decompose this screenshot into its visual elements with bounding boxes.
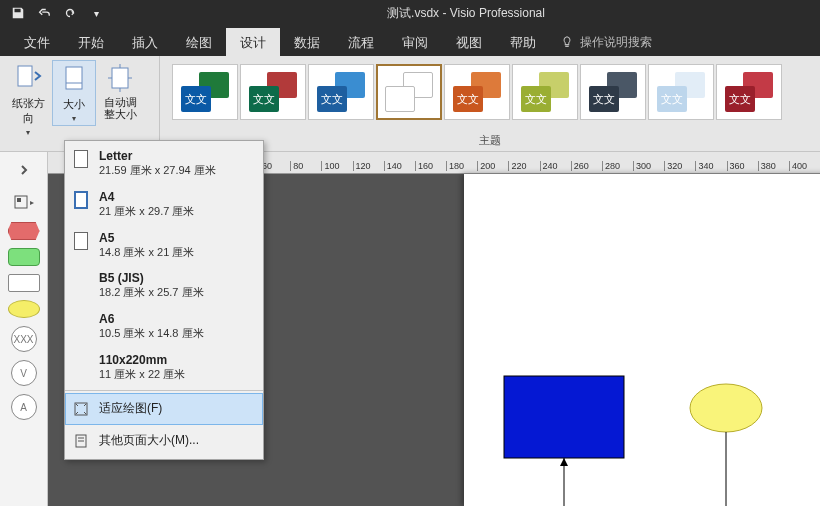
page-icon	[74, 191, 88, 209]
ruler-tick: 200	[477, 161, 508, 171]
fit-to-drawing-action[interactable]: 适应绘图(F)	[65, 393, 263, 425]
svg-rect-2	[112, 68, 128, 88]
svg-rect-0	[18, 66, 32, 86]
document-name: 测试.vsdx	[387, 6, 439, 20]
ruler-tick: 340	[695, 161, 726, 171]
undo-button[interactable]	[32, 2, 56, 24]
theme-thumb[interactable]: 文文	[648, 64, 714, 120]
ruler-tick: 360	[727, 161, 758, 171]
size-option-title: B5 (JIS)	[99, 271, 204, 286]
quick-shape-circle-2[interactable]: V	[11, 360, 37, 386]
page-icon	[74, 150, 88, 168]
tab-design[interactable]: 设计	[226, 26, 280, 56]
size-option[interactable]: A514.8 厘米 x 21 厘米	[65, 225, 263, 266]
fit-icon	[71, 399, 91, 419]
size-dropdown: Letter21.59 厘米 x 27.94 厘米A421 厘米 x 29.7 …	[64, 140, 264, 460]
size-option[interactable]: Letter21.59 厘米 x 27.94 厘米	[65, 143, 263, 184]
redo-button[interactable]	[58, 2, 82, 24]
arrowhead-icon	[560, 458, 568, 466]
size-option-title: A4	[99, 190, 194, 205]
shapes-pane-collapsed: ▸ XXX V A	[0, 152, 48, 506]
ruler-tick: 220	[508, 161, 539, 171]
shape-ellipse[interactable]	[690, 384, 762, 432]
tab-file[interactable]: 文件	[10, 26, 64, 56]
ruler-tick: 320	[664, 161, 695, 171]
orientation-button[interactable]: 纸张方向 ▾	[6, 60, 50, 139]
save-icon	[11, 6, 25, 20]
size-option-subtitle: 21 厘米 x 29.7 厘米	[99, 205, 194, 219]
ruler-tick: 140	[384, 161, 415, 171]
group-page-setup: 纸张方向 ▾ 大小 ▾ 自动调整大小 页	[0, 56, 160, 151]
ruler-tick: 380	[758, 161, 789, 171]
pin-button[interactable]: ▸	[10, 190, 38, 214]
autosize-icon	[104, 62, 136, 94]
group-themes: 文文文文文文文文文文文文文文文文 主题	[160, 56, 820, 151]
ruler-tick: 400	[789, 161, 820, 171]
theme-thumb[interactable]: 文文	[172, 64, 238, 120]
ruler-tick: 260	[571, 161, 602, 171]
size-option-title: 110x220mm	[99, 353, 185, 368]
ribbon: 纸张方向 ▾ 大小 ▾ 自动调整大小 页 文文文文文文文文文文文文文文文文 主题	[0, 56, 820, 152]
drawing-page[interactable]	[464, 174, 820, 506]
quick-shape-rounded-rect[interactable]	[8, 248, 40, 266]
ruler-tick: 80	[290, 161, 321, 171]
ruler-tick: 100	[321, 161, 352, 171]
page-icon	[74, 232, 88, 250]
tab-home[interactable]: 开始	[64, 26, 118, 56]
tab-review[interactable]: 审阅	[388, 26, 442, 56]
size-option[interactable]: A610.5 厘米 x 14.8 厘米	[65, 306, 263, 347]
size-option-subtitle: 11 厘米 x 22 厘米	[99, 368, 185, 382]
svg-rect-4	[17, 198, 21, 202]
size-option-subtitle: 18.2 厘米 x 25.7 厘米	[99, 286, 204, 300]
ribbon-tabs: 文件 开始 插入 绘图 设计 数据 流程 审阅 视图 帮助 操作说明搜索	[0, 26, 820, 56]
tab-draw[interactable]: 绘图	[172, 26, 226, 56]
tell-me-search[interactable]: 操作说明搜索	[560, 26, 652, 56]
ruler-tick: 160	[415, 161, 446, 171]
theme-thumb[interactable]: 文文	[580, 64, 646, 120]
app-name: Visio Professional	[450, 6, 545, 20]
ruler-tick: 240	[540, 161, 571, 171]
title-bar: ▾ 测试.vsdx - Visio Professional	[0, 0, 820, 26]
quick-shape-ellipse[interactable]	[8, 300, 40, 318]
ruler-tick: 120	[353, 161, 384, 171]
tab-view[interactable]: 视图	[442, 26, 496, 56]
autosize-button[interactable]: 自动调整大小	[98, 60, 142, 122]
theme-gallery: 文文文文文文文文文文文文文文文文	[166, 60, 814, 133]
theme-thumb[interactable]: 文文	[444, 64, 510, 120]
size-option[interactable]: A421 厘米 x 29.7 厘米	[65, 184, 263, 225]
quick-shape-circle-1[interactable]: XXX	[11, 326, 37, 352]
expand-shapes-button[interactable]	[0, 158, 47, 182]
size-icon	[58, 63, 90, 95]
more-page-sizes-action[interactable]: 其他页面大小(M)...	[65, 425, 263, 457]
theme-thumb[interactable]: 文文	[716, 64, 782, 120]
quick-shape-rect[interactable]	[8, 274, 40, 292]
tab-process[interactable]: 流程	[334, 26, 388, 56]
page-setup-icon	[71, 431, 91, 451]
shape-rectangle[interactable]	[504, 376, 624, 458]
ruler-tick: 300	[633, 161, 664, 171]
chevron-down-icon: ▾	[26, 128, 30, 137]
qat-customize-button[interactable]: ▾	[84, 2, 108, 24]
quick-access-toolbar: ▾	[6, 2, 108, 24]
size-option[interactable]: 110x220mm11 厘米 x 22 厘米	[65, 347, 263, 388]
size-option-title: Letter	[99, 149, 216, 164]
size-option-subtitle: 14.8 厘米 x 21 厘米	[99, 246, 194, 260]
quick-shape-circle-3[interactable]: A	[11, 394, 37, 420]
save-button[interactable]	[6, 2, 30, 24]
size-button[interactable]: 大小 ▾	[52, 60, 96, 126]
theme-thumb[interactable]: 文文	[240, 64, 306, 120]
orientation-icon	[12, 62, 44, 94]
theme-thumb[interactable]	[376, 64, 442, 120]
theme-thumb[interactable]: 文文	[308, 64, 374, 120]
size-option-title: A6	[99, 312, 204, 327]
size-option-subtitle: 10.5 厘米 x 14.8 厘米	[99, 327, 204, 341]
quick-shape-hexagon[interactable]	[8, 222, 40, 240]
size-option[interactable]: B5 (JIS)18.2 厘米 x 25.7 厘米	[65, 265, 263, 306]
tab-data[interactable]: 数据	[280, 26, 334, 56]
chevron-down-icon: ▾	[72, 114, 76, 123]
tab-insert[interactable]: 插入	[118, 26, 172, 56]
tab-help[interactable]: 帮助	[496, 26, 550, 56]
window-title: 测试.vsdx - Visio Professional	[112, 5, 820, 22]
theme-thumb[interactable]: 文文	[512, 64, 578, 120]
redo-icon	[63, 6, 77, 20]
